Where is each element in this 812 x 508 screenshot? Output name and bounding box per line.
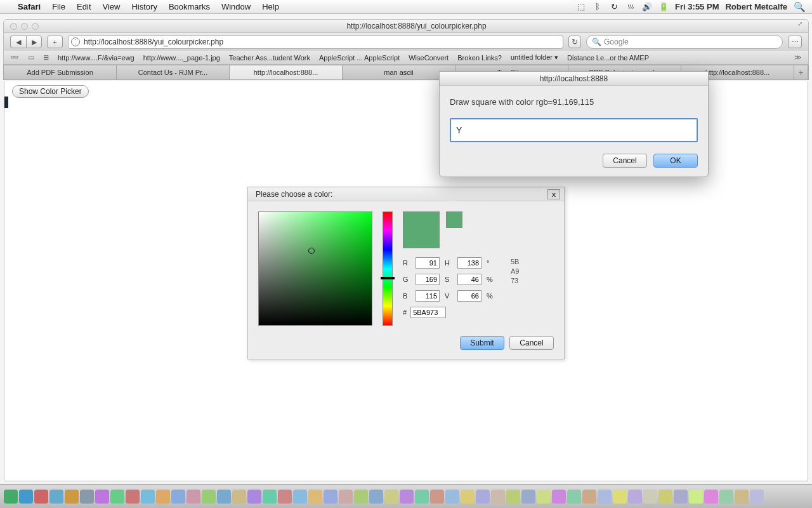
- zoom-window-button[interactable]: [32, 23, 39, 30]
- dock-app-icon[interactable]: [202, 490, 216, 504]
- volume-icon[interactable]: 🔊: [642, 2, 652, 11]
- dock-app-icon[interactable]: [750, 490, 764, 504]
- dock-app-icon[interactable]: [719, 490, 733, 504]
- tab[interactable]: Contact Us - RJM Pr...: [117, 65, 230, 79]
- menu-bookmarks[interactable]: Bookmarks: [169, 2, 210, 11]
- wifi-icon[interactable]: ᯾: [625, 2, 636, 11]
- dock-app-icon[interactable]: [445, 490, 459, 504]
- h-input[interactable]: [457, 257, 481, 269]
- dock-app-icon[interactable]: [689, 490, 703, 504]
- menu-edit[interactable]: Edit: [77, 2, 91, 11]
- bookmark-item[interactable]: Broken Links?: [457, 54, 502, 62]
- close-window-button[interactable]: [10, 23, 17, 30]
- sync-icon[interactable]: ↻: [609, 2, 619, 11]
- dock-app-icon[interactable]: [506, 490, 520, 504]
- window-resize-icon[interactable]: ⤢: [794, 20, 806, 32]
- hue-slider[interactable]: [383, 211, 393, 326]
- g-input[interactable]: [416, 274, 440, 285]
- dialog-ok-button[interactable]: OK: [653, 154, 698, 168]
- dock-app-icon[interactable]: [308, 490, 322, 504]
- dock-app-icon[interactable]: [49, 490, 63, 504]
- dock-app-icon[interactable]: [354, 490, 368, 504]
- saturation-value-box[interactable]: [258, 211, 372, 326]
- dock-app-icon[interactable]: [110, 490, 124, 504]
- s-input[interactable]: [457, 274, 481, 285]
- dock-app-icon[interactable]: [582, 490, 596, 504]
- dock-app-icon[interactable]: [278, 490, 292, 504]
- tab-active[interactable]: http://localhost:888...: [230, 65, 343, 79]
- bookmark-item[interactable]: untitled folder ▾: [511, 53, 558, 62]
- battery-icon[interactable]: 🔋: [658, 2, 669, 11]
- menu-view[interactable]: View: [103, 2, 121, 11]
- dock-app-icon[interactable]: [643, 490, 657, 504]
- dock-app-icon[interactable]: [369, 490, 383, 504]
- menu-app[interactable]: Safari: [18, 2, 41, 11]
- bookmark-item[interactable]: AppleScript ... AppleScript: [319, 54, 400, 62]
- hex-input[interactable]: [410, 307, 446, 318]
- user-name[interactable]: Robert Metcalfe: [725, 2, 787, 11]
- dock-app-icon[interactable]: [65, 490, 79, 504]
- dock-app-icon[interactable]: [491, 490, 505, 504]
- dock-app-icon[interactable]: [126, 490, 140, 504]
- bookmarks-overflow-icon[interactable]: ≫: [794, 53, 802, 62]
- submit-button[interactable]: Submit: [460, 336, 504, 350]
- b-input[interactable]: [416, 290, 440, 302]
- address-bar[interactable]: http://localhost:8888/yui_colourpicker.p…: [68, 35, 563, 49]
- add-bookmark-button[interactable]: +: [47, 36, 63, 48]
- dock-app-icon[interactable]: [430, 490, 444, 504]
- bluetooth-icon[interactable]: ᛒ: [593, 2, 603, 11]
- dock-app-icon[interactable]: [247, 490, 261, 504]
- dock-app-icon[interactable]: [156, 490, 170, 504]
- menu-history[interactable]: History: [131, 2, 157, 11]
- dock-app-icon[interactable]: [34, 490, 48, 504]
- bookmarks-icon[interactable]: ▭: [28, 53, 34, 62]
- dock-app-icon[interactable]: [735, 490, 749, 504]
- bookmark-item[interactable]: http://www....F/&via=ewg: [58, 54, 134, 62]
- dock-app-icon[interactable]: [4, 490, 18, 504]
- menu-file[interactable]: File: [52, 2, 65, 11]
- menu-window[interactable]: Window: [221, 2, 251, 11]
- v-input[interactable]: [457, 290, 481, 302]
- bookmark-item[interactable]: Distance Le...or the AMEP: [567, 54, 649, 62]
- bookmark-item[interactable]: Teacher Ass...tudent Work: [229, 54, 310, 62]
- bookmark-item[interactable]: WiseConvert: [409, 54, 449, 62]
- dock-app-icon[interactable]: [263, 490, 277, 504]
- minimize-window-button[interactable]: [21, 23, 28, 30]
- dock-app-icon[interactable]: [552, 490, 566, 504]
- dialog-cancel-button[interactable]: Cancel: [603, 154, 647, 168]
- search-field[interactable]: 🔍 Google: [586, 35, 783, 49]
- dock-app-icon[interactable]: [217, 490, 231, 504]
- reading-list-icon[interactable]: 👓: [10, 53, 19, 62]
- dialog-input[interactable]: [450, 118, 698, 142]
- dock-app-icon[interactable]: [521, 490, 535, 504]
- dock-app-icon[interactable]: [628, 490, 642, 504]
- dock-app-icon[interactable]: [293, 490, 307, 504]
- cancel-button[interactable]: Cancel: [509, 336, 554, 350]
- dock-app-icon[interactable]: [187, 490, 200, 504]
- dock-app-icon[interactable]: [95, 490, 109, 504]
- close-icon[interactable]: x: [547, 189, 560, 199]
- topsites-icon[interactable]: ⊞: [43, 53, 49, 62]
- sv-thumb-icon[interactable]: [308, 248, 315, 254]
- hue-thumb-icon[interactable]: [381, 277, 395, 279]
- forward-button[interactable]: ▶: [26, 36, 42, 48]
- dropbox-icon[interactable]: ⬚: [576, 2, 586, 11]
- dock-app-icon[interactable]: [537, 490, 551, 504]
- r-input[interactable]: [416, 257, 440, 269]
- dock-app-icon[interactable]: [384, 490, 398, 504]
- dock-app-icon[interactable]: [141, 490, 155, 504]
- tab[interactable]: Add PDF Submission: [4, 65, 117, 79]
- dock-app-icon[interactable]: [461, 490, 475, 504]
- clock[interactable]: Fri 3:55 PM: [675, 2, 719, 11]
- reload-button[interactable]: ↻: [568, 36, 581, 48]
- back-button[interactable]: ◀: [10, 36, 26, 48]
- dock-app-icon[interactable]: [171, 490, 185, 504]
- dock-app-icon[interactable]: [613, 490, 627, 504]
- dock-app-icon[interactable]: [232, 490, 246, 504]
- spotlight-icon[interactable]: 🔍: [794, 1, 806, 13]
- dock-app-icon[interactable]: [674, 490, 688, 504]
- dock-app-icon[interactable]: [324, 490, 337, 504]
- toolbar-overflow-button[interactable]: ⋯: [788, 36, 802, 48]
- dock-app-icon[interactable]: [339, 490, 353, 504]
- dock-app-icon[interactable]: [19, 490, 33, 504]
